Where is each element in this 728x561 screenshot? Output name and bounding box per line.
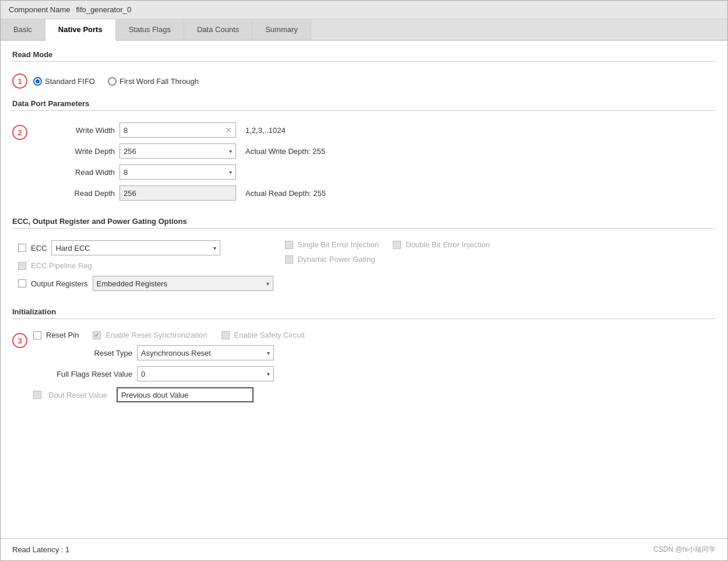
enable-safety-circuit-checkbox[interactable] <box>221 331 230 339</box>
data-port-content: 2 Write Width 8 ✕ 1,2,3,..1024 <box>12 118 716 206</box>
param-table: Write Width 8 ✕ 1,2,3,..1024 Write Depth <box>39 122 326 206</box>
reset-type-value: Asynchronous Reset <box>141 349 211 357</box>
ecc-pipeline-reg-row: ECC Pipeline Reg <box>18 261 273 270</box>
full-flags-reset-chevron-icon: ▾ <box>267 371 270 377</box>
tabs-bar: Basic Native Ports Status Flags Data Cou… <box>1 19 727 41</box>
write-width-input[interactable]: 8 ✕ <box>119 122 236 138</box>
read-width-select[interactable]: 8 ▾ <box>119 164 236 180</box>
initialization-fields: Reset Pin Enable Reset Synchronization E… <box>33 331 716 408</box>
ecc-type-select[interactable]: Hard ECC ▾ <box>51 240 220 255</box>
read-mode-row: 1 Standard FIFO First Word Fall Through <box>12 73 716 89</box>
dynamic-power-gating-label: Dynamic Power Gating <box>298 255 375 264</box>
reset-pin-row: Reset Pin Enable Reset Synchronization E… <box>33 331 716 339</box>
reset-type-select[interactable]: Asynchronous Reset ▾ <box>137 345 274 360</box>
read-width-value: 8 <box>124 168 128 177</box>
read-depth-row: Read Depth 256 Actual Read Depth: 255 <box>39 185 326 201</box>
dynamic-power-gating-checkbox[interactable] <box>285 255 293 264</box>
ecc-left-col: ECC Hard ECC ▾ ECC Pipeline Reg <box>18 240 273 297</box>
reset-pin-label: Reset Pin <box>46 331 79 339</box>
read-depth-input: 256 <box>119 185 236 201</box>
ecc-content: ECC Hard ECC ▾ ECC Pipeline Reg <box>12 236 716 297</box>
radio-first-word-fall-through-input[interactable] <box>108 77 117 86</box>
ecc-right-col: Single Bit Error Injection Double Bit Er… <box>285 240 716 269</box>
ecc-checkbox-row: ECC Hard ECC ▾ <box>18 240 273 255</box>
read-mode-title: Read Mode <box>12 50 716 62</box>
read-mode-section: Read Mode 1 Standard FIFO First Word Fal… <box>12 50 716 89</box>
dout-reset-value-label: Dout Reset Value <box>48 391 107 399</box>
read-width-row: Read Width 8 ▾ <box>39 164 326 180</box>
ecc-type-value: Hard ECC <box>55 244 90 253</box>
component-name-value: fifo_generator_0 <box>76 5 132 14</box>
dout-reset-value-input[interactable]: Previous dout Value <box>117 387 254 402</box>
reset-type-chevron-icon: ▾ <box>267 350 270 356</box>
output-reg-value: Embedded Registers <box>97 279 167 288</box>
reset-type-row: Reset Type Asynchronous Reset ▾ <box>33 345 716 360</box>
dout-reset-value: Previous dout Value <box>121 391 188 399</box>
output-registers-label: Output Registers <box>31 279 88 288</box>
data-port-section: Data Port Parameters 2 Write Width 8 ✕ 1… <box>12 99 716 206</box>
output-registers-row: Output Registers Embedded Registers ▾ <box>18 276 273 291</box>
enable-reset-sync-checkbox[interactable] <box>93 331 101 339</box>
tab-basic[interactable]: Basic <box>1 19 45 40</box>
full-flags-reset-value: 0 <box>141 370 145 378</box>
read-latency-text: Read Latency : 1 <box>12 545 69 554</box>
dynamic-power-gating-row: Dynamic Power Gating <box>285 255 716 264</box>
ecc-checkbox[interactable] <box>18 244 26 252</box>
write-width-label: Write Width <box>39 126 115 135</box>
read-depth-label: Read Depth <box>39 189 115 198</box>
write-width-clear-icon[interactable]: ✕ <box>225 125 232 135</box>
dout-reset-value-row: Dout Reset Value Previous dout Value <box>33 387 716 402</box>
enable-safety-circuit-label: Enable Safety Circuit <box>234 331 305 339</box>
read-mode-content: 1 Standard FIFO First Word Fall Through <box>12 69 716 89</box>
write-width-row: Write Width 8 ✕ 1,2,3,..1024 <box>39 122 326 138</box>
write-depth-row: Write Depth 256 ▾ Actual Write Depth: 25… <box>39 143 326 159</box>
radio-group-read-mode: Standard FIFO First Word Fall Through <box>33 77 199 86</box>
full-flags-reset-select[interactable]: 0 ▾ <box>137 366 274 381</box>
ecc-pipeline-reg-label: ECC Pipeline Reg <box>31 261 92 270</box>
radio-first-word-fall-through[interactable]: First Word Fall Through <box>108 77 199 86</box>
tab-data-counts[interactable]: Data Counts <box>184 19 252 40</box>
write-depth-hint: Actual Write Depth: 255 <box>245 147 325 156</box>
output-reg-chevron-icon: ▾ <box>266 280 269 287</box>
read-depth-hint: Actual Read Depth: 255 <box>245 189 326 198</box>
radio-first-word-fall-through-label: First Word Fall Through <box>119 77 199 86</box>
tab-summary[interactable]: Summary <box>252 19 311 40</box>
full-flags-reset-row: Full Flags Reset Value 0 ▾ <box>33 366 716 381</box>
ecc-label: ECC <box>31 244 47 253</box>
step-2-circle: 2 <box>12 125 27 140</box>
radio-standard-fifo-input[interactable] <box>33 77 42 86</box>
data-port-title: Data Port Parameters <box>12 99 716 111</box>
write-width-value: 8 <box>124 126 223 135</box>
read-width-label: Read Width <box>39 168 115 177</box>
double-bit-error-label: Double Bit Error Injection <box>406 240 490 249</box>
write-depth-select[interactable]: 256 ▾ <box>119 143 236 159</box>
write-depth-label: Write Depth <box>39 147 115 156</box>
full-flags-reset-label: Full Flags Reset Value <box>33 370 132 378</box>
write-depth-value: 256 <box>124 147 136 156</box>
ecc-section: ECC, Output Register and Power Gating Op… <box>12 217 716 297</box>
component-name-label: Component Name <box>9 5 71 14</box>
double-bit-error-checkbox[interactable] <box>393 241 401 249</box>
write-depth-chevron-icon: ▾ <box>229 148 232 155</box>
output-registers-checkbox[interactable] <box>18 279 26 287</box>
read-width-chevron-icon: ▾ <box>229 169 232 176</box>
output-reg-select[interactable]: Embedded Registers ▾ <box>93 276 273 291</box>
read-depth-value: 256 <box>124 189 232 198</box>
reset-pin-checkbox[interactable] <box>33 331 41 339</box>
ecc-title: ECC, Output Register and Power Gating Op… <box>12 217 716 229</box>
ecc-pipeline-reg-checkbox[interactable] <box>18 262 26 270</box>
step-3-circle: 3 <box>12 333 27 348</box>
single-bit-error-checkbox[interactable] <box>285 241 293 249</box>
tab-status-flags[interactable]: Status Flags <box>116 19 184 40</box>
tab-native-ports[interactable]: Native Ports <box>45 19 116 41</box>
write-width-hint: 1,2,3,..1024 <box>245 126 286 135</box>
initialization-content: 3 Reset Pin Enable Reset Synchronization… <box>12 326 716 408</box>
dout-reset-value-checkbox[interactable] <box>33 391 41 399</box>
main-window: Component Name fifo_generator_0 Basic Na… <box>0 0 728 561</box>
radio-standard-fifo[interactable]: Standard FIFO <box>33 77 95 86</box>
radio-standard-fifo-label: Standard FIFO <box>45 77 95 86</box>
component-name-bar: Component Name fifo_generator_0 <box>1 1 727 19</box>
enable-reset-sync-label: Enable Reset Synchronization <box>105 331 207 339</box>
single-bit-error-label: Single Bit Error Injection <box>298 240 379 249</box>
reset-type-label: Reset Type <box>33 349 132 357</box>
